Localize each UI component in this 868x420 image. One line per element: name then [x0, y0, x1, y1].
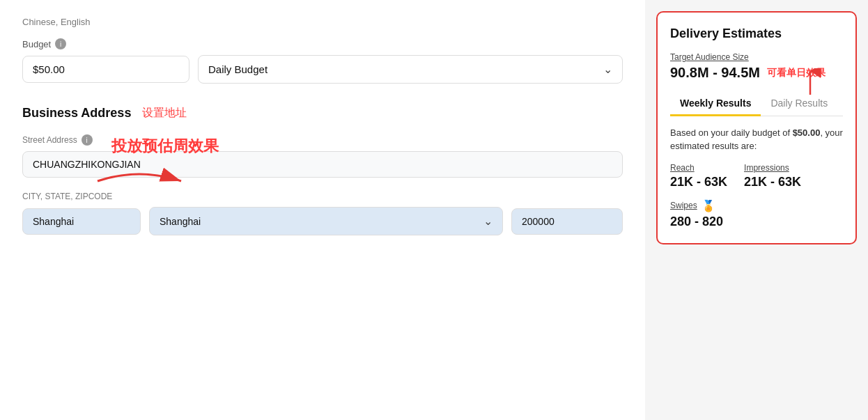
tab-weekly-results[interactable]: Weekly Results [670, 92, 761, 116]
impressions-label: Impressions [744, 163, 801, 173]
budget-inputs: Daily Budget ⌄ [22, 55, 623, 84]
swipes-value: 280 - 820 [670, 215, 843, 229]
audience-size-value: 90.8M - 94.5M [670, 65, 760, 81]
swipes-row: Swipes 🏅 280 - 820 [670, 199, 843, 229]
audience-size-label: Target Audience Size [670, 52, 843, 62]
annotation-weekly-cn: 投放预估周效果 [111, 136, 219, 157]
section-header: Business Address 设置地址 [22, 106, 623, 120]
budget-label: Budget i [22, 38, 623, 49]
swipes-label: Swipes [670, 201, 697, 210]
street-address-info-icon[interactable]: i [82, 134, 93, 146]
budget-type-value: Daily Budget [208, 63, 268, 75]
section-title: Business Address [22, 106, 131, 120]
reach-value: 21K - 63K [670, 175, 727, 189]
description-prefix: Based on your daily budget of [670, 127, 793, 138]
budget-info-icon[interactable]: i [55, 38, 66, 49]
swipes-label-row: Swipes 🏅 [670, 199, 843, 212]
delivery-estimates-title: Delivery Estimates [670, 26, 843, 41]
metrics-row: Reach 21K - 63K Impressions 21K - 63K [670, 163, 843, 189]
delivery-card: Delivery Estimates Target Audience Size … [656, 11, 857, 244]
right-panel: Delivery Estimates Target Audience Size … [645, 0, 868, 420]
audience-size-row: 90.8M - 94.5M 可看单日效果 [670, 65, 843, 81]
description-budget: $50.00 [793, 127, 821, 138]
left-panel: Chinese, English Budget i Daily Budget ⌄… [0, 0, 645, 420]
reach-metric: Reach 21K - 63K [670, 163, 727, 189]
city-state-label: CITY, STATE, ZIPCODE [22, 192, 623, 201]
chevron-down-icon: ⌄ [603, 63, 612, 76]
zip-input[interactable] [511, 208, 623, 235]
state-value: Shanghai [160, 216, 201, 227]
swipes-trophy-icon: 🏅 [702, 199, 715, 212]
upward-arrow-icon [800, 68, 821, 96]
business-address-section: Business Address 设置地址 投放预估周效果 Street Add… [22, 106, 623, 235]
section-subtitle-cn: 设置地址 [142, 106, 187, 120]
top-hint: Chinese, English [22, 17, 623, 27]
budget-amount-input[interactable] [22, 56, 189, 83]
impressions-value: 21K - 63K [744, 175, 801, 189]
budget-section: Budget i Daily Budget ⌄ [22, 38, 623, 84]
budget-label-text: Budget [22, 39, 51, 49]
state-chevron-icon: ⌄ [483, 215, 493, 228]
reach-label: Reach [670, 163, 727, 173]
impressions-metric: Impressions 21K - 63K [744, 163, 801, 189]
city-input[interactable] [22, 208, 141, 235]
budget-type-select[interactable]: Daily Budget ⌄ [198, 55, 623, 84]
city-state-row: Shanghai ⌄ [22, 207, 623, 235]
state-select[interactable]: Shanghai ⌄ [149, 207, 503, 235]
results-description: Based on your daily budget of $50.00, yo… [670, 126, 843, 153]
city-state-group: CITY, STATE, ZIPCODE Shanghai ⌄ [22, 192, 623, 235]
